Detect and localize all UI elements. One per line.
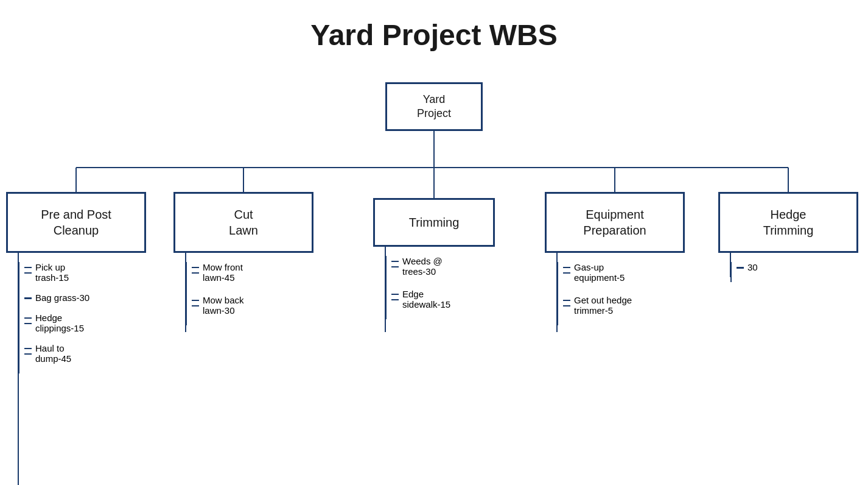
subitem-label: Edgesidewalk-15 bbox=[402, 289, 450, 310]
node-cleanup: Pre and PostCleanup bbox=[6, 192, 146, 253]
subitems-trimming: Weeds @trees-30 Edgesidewalk-15 bbox=[385, 256, 450, 319]
subitems-cutlawn: Mow frontlawn-45 Mow backlawn-30 bbox=[186, 262, 244, 325]
subitem: Gas-upequipment-5 bbox=[563, 262, 632, 283]
subitem-label: Bag grass-30 bbox=[35, 292, 89, 303]
subitem-label: Pick uptrash-15 bbox=[35, 262, 69, 283]
node-equipment: EquipmentPreparation bbox=[545, 192, 685, 253]
subitem-label: Hedgeclippings-15 bbox=[35, 313, 84, 333]
subitem-label: Mow frontlawn-45 bbox=[203, 262, 243, 283]
node-equipment-label: EquipmentPreparation bbox=[583, 207, 646, 238]
node-trimming-label: Trimming bbox=[409, 214, 460, 230]
subitems-hedge: 30 bbox=[730, 262, 758, 282]
subitem: Get out hedgetrimmer-5 bbox=[563, 295, 632, 316]
subitem-label: Mow backlawn-30 bbox=[203, 295, 244, 316]
subitem-label: Get out hedgetrimmer-5 bbox=[574, 295, 632, 316]
node-trimming: Trimming bbox=[373, 198, 495, 247]
subitems-equipment: Gas-upequipment-5 Get out hedgetrimmer-5 bbox=[557, 262, 632, 325]
node-cutlawn-label: CutLawn bbox=[229, 207, 258, 238]
subitems-cleanup: Pick uptrash-15 Bag grass-30 Hedgeclippi… bbox=[18, 262, 89, 373]
node-cleanup-label: Pre and PostCleanup bbox=[41, 207, 111, 238]
node-hedge-label: HedgeTrimming bbox=[763, 207, 814, 238]
subitem: Hedgeclippings-15 bbox=[24, 313, 89, 333]
subitem: Mow frontlawn-45 bbox=[192, 262, 244, 283]
subitem: Weeds @trees-30 bbox=[391, 256, 450, 277]
subitem: Bag grass-30 bbox=[24, 292, 89, 303]
root-node: Yard Project bbox=[385, 82, 483, 131]
node-hedge: HedgeTrimming bbox=[718, 192, 858, 253]
subitem: Mow backlawn-30 bbox=[192, 295, 244, 316]
subitem: Haul todump-45 bbox=[24, 343, 89, 364]
subitem: 30 bbox=[737, 262, 758, 272]
subitem-label: Haul todump-45 bbox=[35, 343, 71, 364]
root-node-label: Yard Project bbox=[417, 93, 451, 121]
node-cutlawn: CutLawn bbox=[173, 192, 313, 253]
subitem-label: Gas-upequipment-5 bbox=[574, 262, 625, 283]
subitem: Pick uptrash-15 bbox=[24, 262, 89, 283]
subitem: Edgesidewalk-15 bbox=[391, 289, 450, 310]
page-title: Yard Project WBS bbox=[0, 0, 868, 70]
subitem-label: Weeds @trees-30 bbox=[402, 256, 443, 277]
subitem-label: 30 bbox=[747, 262, 758, 272]
